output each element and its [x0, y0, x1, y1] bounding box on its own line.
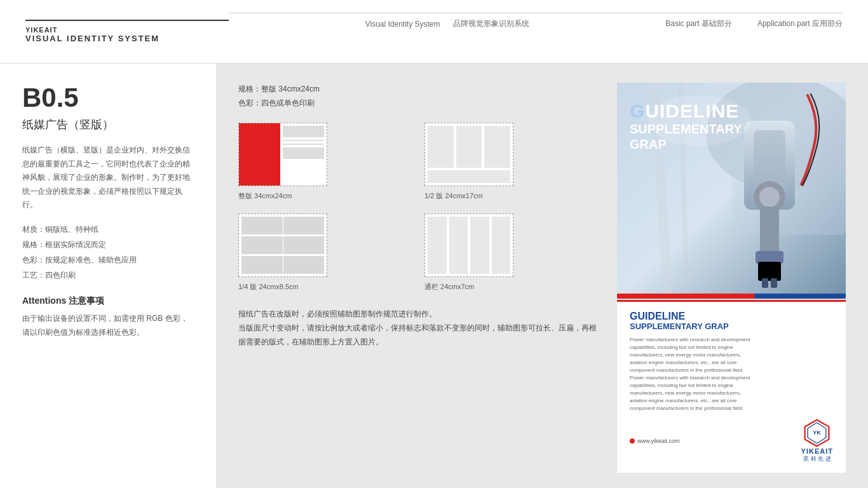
bottom-note-line1: 报纸广告在改版时，必须按照辅助图形制作规范进行制作。: [238, 308, 598, 322]
section-title: 纸媒广告（竖版）: [22, 117, 194, 132]
qcol-2: [284, 217, 325, 234]
qcol-4: [284, 236, 325, 254]
cover-grap: GRAP: [630, 137, 742, 152]
card-website: www.yikeait.com: [630, 438, 680, 444]
col-strip-4: [492, 217, 511, 274]
svg-text:YK: YK: [813, 430, 822, 436]
ad-half-top: [428, 126, 510, 168]
card-guideline: GUIDELINE: [630, 311, 833, 322]
qcol-5: [241, 256, 282, 274]
body-text: 纸媒广告（横版、竖版）是企业对内、对外交换信息的最重要的工具之一，它同时也代表了…: [22, 144, 194, 212]
bottom-note: 报纸广告在改版时，必须按照辅助图形制作规范进行制作。 当版面尺寸变动时，请按比例…: [238, 308, 598, 349]
vis-label-cn: 品牌视觉形象识别系统: [453, 18, 529, 29]
ad-label-half: 1/2 版 24cmx17cm: [424, 191, 483, 201]
ad-half-col-3: [484, 126, 510, 168]
cover-bottom-bar: [617, 294, 846, 299]
section-code: B0.5: [22, 83, 194, 113]
specs: 材质：铜版纸、特种纸 规格：根据实际情况而定 色彩：按规定标准色、辅助色应用 工…: [22, 222, 194, 283]
nav-application[interactable]: Application part 应用部分: [757, 18, 843, 29]
col-strip-2: [449, 217, 468, 274]
ad-label-full: 整版 34cmx24cm: [238, 191, 292, 201]
ad-box-quarter: [238, 214, 327, 277]
svg-rect-9: [758, 262, 781, 281]
ad-half-col-1: [428, 126, 454, 168]
ad-box-half: [424, 123, 513, 186]
content-specs: 规格：整版 34cmx24cm 色彩：四色或单色印刷: [238, 83, 598, 110]
ad-line-4: [283, 147, 324, 159]
card-body-text: Power manufacturers with research and de…: [630, 336, 757, 412]
ad-format-grid: 整版 34cmx24cm 1/2 版 24cmx17cm: [238, 123, 598, 292]
card-brand-cn: 奕 科 先 进: [803, 455, 831, 463]
header-center: Visual Identity System 品牌视觉形象识别系统: [229, 13, 665, 29]
card-bottom: www.yikeait.com YK YIKEAIT 奕 科 先 进: [630, 419, 833, 463]
card-brand-text: YIKEAIT: [801, 447, 833, 455]
ad-label-column: 通栏 24cmx7cm: [424, 282, 474, 292]
spec-color: 色彩：按规定标准色、辅助色应用: [22, 252, 194, 268]
magazine-card: GUIDELINE SUPPLEMENTARY GRAP Power manuf…: [617, 300, 846, 473]
attention-text: 由于输出设备的设置不同，如需使用 RGB 色彩，请以印刷色值为标准选择相近色彩。: [22, 312, 194, 339]
magazine-mockup-area: GUIDELINE SUPPLEMENTARY GRAP GUIDELINE S…: [617, 83, 846, 469]
ad-label-quarter: 1/4 版 24cmx8.5cm: [238, 282, 299, 292]
svg-rect-7: [760, 207, 779, 257]
header-title: VISUAL IDENTITY SYSTEM: [25, 34, 229, 43]
ad-half-bottom: [428, 170, 510, 183]
cover-guideline-rest: UIDELINE: [645, 100, 739, 121]
svg-point-6: [759, 187, 780, 207]
header-left: YIKEAIT VISUAL IDENTITY SYSTEM: [25, 20, 229, 43]
ad-format-full: 整版 34cmx24cm: [238, 123, 412, 201]
cover-g-letter: G: [630, 100, 645, 121]
ad-box-full: [238, 123, 327, 186]
bottom-note-line2: 当版面尺寸变动时，请按比例放大或者缩小，保持标志和落款不变形的同时，辅助图形可拉…: [238, 322, 598, 349]
spec-size: 规格：根据实际情况而定: [22, 237, 194, 252]
content-area: 规格：整版 34cmx24cm 色彩：四色或单色印刷: [216, 64, 868, 488]
spec-line1: 规格：整版 34cmx24cm: [238, 83, 598, 97]
ad-quarter-row-1: [241, 217, 324, 234]
ad-quarter-row-2: [241, 236, 324, 254]
ad-line-2: [283, 140, 324, 141]
main-layout: B0.5 纸媒广告（竖版） 纸媒广告（横版、竖版）是企业对内、对外交换信息的最重…: [0, 64, 868, 488]
ad-half-col-2: [456, 126, 482, 168]
ad-line-3: [283, 144, 324, 145]
sidebar: B0.5 纸媒广告（竖版） 纸媒广告（横版、竖版）是企业对内、对外交换信息的最重…: [0, 64, 216, 488]
spec-craft: 工艺：四色印刷: [22, 268, 194, 283]
ad-format-quarter: 1/4 版 24cmx8.5cm: [238, 214, 412, 292]
cover-supplementary: SUPPLEMENTARY: [630, 121, 742, 137]
cover-text-overlay: GUIDELINE SUPPLEMENTARY GRAP: [630, 102, 742, 152]
content-left: 规格：整版 34cmx24cm 色彩：四色或单色印刷: [238, 83, 598, 469]
vis-label-en: Visual Identity System: [365, 20, 440, 29]
qcol-6: [284, 256, 325, 274]
col-strip-3: [470, 217, 489, 274]
yikeait-logo-icon: YK: [803, 419, 831, 447]
nav-basic[interactable]: Basic part 基础部分: [665, 18, 732, 29]
header-right: Basic part 基础部分 Application part 应用部分: [665, 13, 843, 29]
svg-rect-11: [771, 278, 777, 288]
card-logo-area: YK YIKEAIT 奕 科 先 进: [801, 419, 833, 463]
ad-right-lines: [280, 123, 327, 186]
ad-format-column: 通栏 24cmx7cm: [424, 214, 598, 292]
col-strip-1: [428, 217, 447, 274]
magazine-cover: GUIDELINE SUPPLEMENTARY GRAP: [617, 83, 846, 299]
header: YIKEAIT VISUAL IDENTITY SYSTEM Visual Id…: [0, 0, 868, 64]
svg-rect-10: [762, 278, 768, 288]
brand-name: YIKEAIT: [25, 26, 229, 34]
world-icon: [630, 438, 635, 444]
qcol-1: [241, 217, 282, 234]
cover-image: GUIDELINE SUPPLEMENTARY GRAP: [617, 83, 846, 299]
ad-format-half: 1/2 版 24cmx17cm: [424, 123, 598, 201]
spec-material: 材质：铜版纸、特种纸: [22, 222, 194, 237]
ad-quarter-row-3: [241, 256, 324, 274]
qcol-3: [241, 236, 282, 254]
ad-red-block: [239, 123, 280, 186]
ad-box-column: [424, 214, 513, 277]
card-supplementary: SUPPLEMENTARY GRAP: [630, 322, 833, 331]
ad-line-1: [283, 126, 324, 137]
attention-title: Attentions 注意事项: [22, 295, 194, 307]
spec-line2: 色彩：四色或单色印刷: [238, 97, 598, 111]
